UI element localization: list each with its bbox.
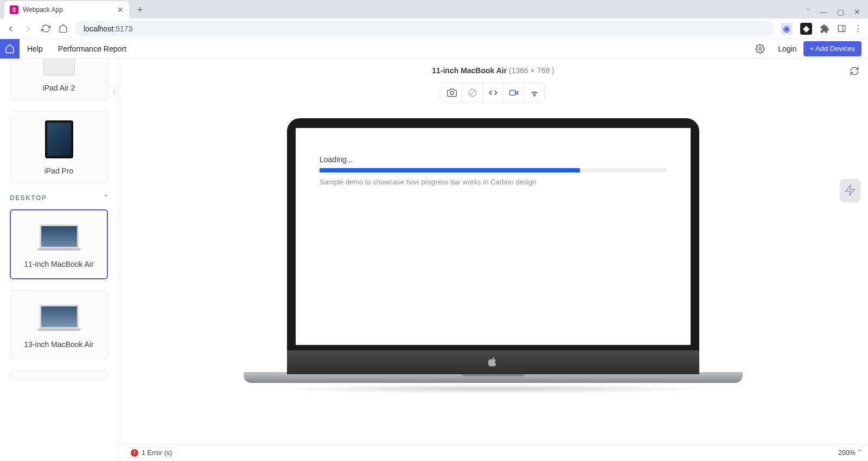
sidebar-collapse-button[interactable]: 〈 (106, 86, 118, 98)
preview-device-name: 11-inch MacBook Air (432, 66, 507, 75)
url-input[interactable]: localhost:5173 (75, 21, 774, 37)
section-title: DESKTOP (10, 194, 47, 202)
minimize-icon[interactable]: — (820, 8, 827, 16)
workspace: 〈 iPad Air 2 iPad Pro DESKTOP ˅ 11-inch … (0, 59, 868, 461)
zoom-control[interactable]: 200% ˅ (838, 449, 861, 457)
performance-report-link[interactable]: Performance Report (50, 44, 134, 53)
svg-line-5 (470, 91, 475, 95)
device-card-macbook-air-11[interactable]: 11-inch MacBook Air (10, 209, 108, 279)
device-thumb (37, 304, 81, 332)
reload-icon[interactable] (40, 23, 51, 34)
svg-rect-6 (509, 91, 515, 95)
app-home-button[interactable] (0, 39, 20, 59)
chevron-down-icon: ˅ (104, 194, 108, 202)
progress-fill (320, 168, 580, 172)
device-card-ipad-air2[interactable]: iPad Air 2 (10, 59, 108, 100)
progress-label: Loading... (320, 155, 667, 164)
device-bezel: Loading... Sample demo to showcase how p… (287, 118, 699, 350)
progress-helper-text: Sample demo to showcase how progress bar… (320, 178, 667, 186)
device-chin (287, 350, 699, 374)
preview-canvas: 11-inch MacBook Air (1366 × 768 ) (118, 59, 868, 461)
preview-toolbar (118, 82, 868, 103)
device-thumb (45, 120, 73, 158)
tab-close-icon[interactable]: ✕ (117, 5, 124, 14)
login-link[interactable]: Login (771, 44, 803, 53)
device-card-next[interactable] (10, 370, 108, 381)
extension-icon-2[interactable]: ◆ (800, 23, 812, 35)
browser-tabstrip: S Webpack App ✕ + ˅ — ▢ ✕ (0, 0, 868, 18)
preview-header: 11-inch MacBook Air (1366 × 768 ) (118, 59, 868, 78)
device-label: 13-inch MacBook Air (24, 340, 93, 350)
preview-dimensions: (1366 × 768 ) (509, 66, 554, 75)
browser-tab[interactable]: S Webpack App ✕ (4, 1, 129, 18)
panel-icon[interactable] (837, 24, 846, 33)
device-card-macbook-air-13[interactable]: 13-inch MacBook Air (10, 290, 108, 359)
add-devices-button[interactable]: + Add Devices (803, 41, 861, 56)
chevron-down-icon: ˅ (858, 449, 861, 457)
extension-icon-1[interactable]: ◉ (781, 23, 793, 35)
app-toolbar: Help Performance Report Login + Add Devi… (0, 39, 868, 59)
side-widget-button[interactable] (840, 179, 860, 202)
maximize-icon[interactable]: ▢ (837, 8, 844, 16)
progress-bar (320, 168, 667, 172)
extension-icons: ◉ ◆ ⋮ (781, 23, 863, 35)
screenshot-button[interactable] (442, 83, 462, 103)
new-tab-button[interactable]: + (132, 2, 148, 17)
url-host: localhost (84, 24, 113, 33)
record-button[interactable] (503, 83, 524, 103)
apple-logo-icon (488, 357, 498, 368)
svg-point-8 (534, 95, 535, 97)
forward-icon[interactable] (23, 23, 34, 34)
error-icon: ! (131, 449, 138, 457)
svg-marker-9 (846, 185, 855, 195)
device-thumb (37, 223, 81, 252)
svg-point-2 (759, 47, 762, 50)
device-screen: Loading... Sample demo to showcase how p… (296, 128, 691, 345)
device-shadow (271, 384, 716, 394)
svg-rect-0 (838, 25, 845, 31)
chevron-down-icon[interactable]: ˅ (806, 8, 810, 16)
home-icon[interactable] (58, 23, 68, 34)
close-window-icon[interactable]: ✕ (854, 8, 860, 16)
device-card-ipad-pro[interactable]: iPad Pro (10, 111, 108, 183)
url-port: :5173 (113, 24, 132, 33)
device-label: 11-inch MacBook Air (24, 259, 93, 270)
error-chip[interactable]: ! 1 Error (s) (125, 447, 178, 458)
network-button[interactable] (524, 83, 545, 103)
window-controls: ˅ — ▢ ✕ (806, 8, 868, 18)
device-label: iPad Pro (44, 166, 74, 176)
extensions-puzzle-icon[interactable] (820, 24, 829, 34)
device-label: iPad Air 2 (43, 83, 75, 93)
section-header-desktop[interactable]: DESKTOP ˅ (10, 194, 108, 202)
device-sidebar[interactable]: 〈 iPad Air 2 iPad Pro DESKTOP ˅ 11-inch … (0, 59, 118, 461)
preview-reload-icon[interactable] (850, 66, 859, 76)
device-frame: Loading... Sample demo to showcase how p… (244, 118, 743, 394)
help-link[interactable]: Help (20, 44, 50, 53)
zoom-value: 200% (838, 449, 856, 457)
back-icon[interactable] (5, 23, 16, 34)
settings-gear-icon[interactable] (749, 44, 771, 54)
error-label: 1 Error (s) (142, 449, 172, 457)
rotate-button[interactable] (462, 83, 483, 103)
tab-favicon: S (10, 5, 18, 14)
kebab-menu-icon[interactable]: ⋮ (854, 23, 863, 34)
devtools-button[interactable] (483, 83, 503, 103)
device-thumb (43, 59, 75, 75)
status-bar: ! 1 Error (s) 200% ˅ (118, 444, 868, 461)
tab-title: Webpack App (23, 6, 113, 14)
svg-point-3 (450, 92, 454, 95)
browser-address-bar: localhost:5173 ◉ ◆ ⋮ (0, 18, 868, 39)
